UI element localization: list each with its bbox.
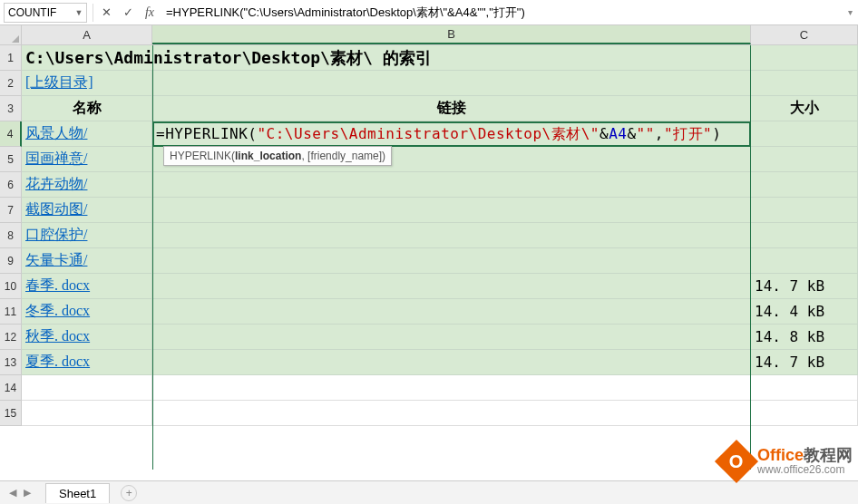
- cell-C15[interactable]: [751, 401, 858, 426]
- cell-A2-parent-dir-link[interactable]: [上级目录]: [22, 71, 152, 96]
- name-box[interactable]: COUNTIF ▼: [4, 3, 87, 23]
- tooltip-fn: HYPERLINK(: [170, 150, 235, 162]
- row-header-5[interactable]: 5: [0, 147, 22, 172]
- cell-C5-size[interactable]: [751, 147, 858, 172]
- accept-formula-button[interactable]: ✓: [117, 3, 139, 23]
- cell-B13[interactable]: [152, 350, 751, 375]
- cell-B8[interactable]: [152, 223, 751, 248]
- row-11: 11 冬季. docx14. 4 kB: [0, 299, 858, 325]
- cell-A8-name-link[interactable]: 口腔保护/: [22, 223, 152, 248]
- cell-C14[interactable]: [751, 375, 858, 401]
- cell-A15[interactable]: [22, 401, 152, 426]
- cell-B7[interactable]: [152, 198, 751, 223]
- cell-A9-name-link[interactable]: 矢量卡通/: [22, 248, 152, 274]
- row-header-9[interactable]: 9: [0, 248, 22, 274]
- cell-B3-header-link[interactable]: 链接: [152, 96, 751, 121]
- cell-A6-name-link[interactable]: 花卉动物/: [22, 172, 152, 198]
- cancel-formula-button[interactable]: ✕: [95, 3, 117, 23]
- sheet-tab-active[interactable]: Sheet1: [45, 483, 110, 503]
- cell-C12-size[interactable]: 14. 8 kB: [751, 325, 858, 350]
- row-7: 7 截图动图/: [0, 198, 858, 223]
- cell-C11-size[interactable]: 14. 4 kB: [751, 299, 858, 325]
- row-8: 8 口腔保护/: [0, 223, 858, 248]
- row-header-3[interactable]: 3: [0, 96, 22, 121]
- add-sheet-button[interactable]: +: [121, 485, 137, 501]
- name-box-dropdown-icon[interactable]: ▼: [72, 8, 86, 17]
- row-header-4[interactable]: 4: [0, 121, 22, 147]
- select-all-corner[interactable]: [0, 25, 22, 44]
- row-header-1[interactable]: 1: [0, 45, 22, 71]
- cell-B4-editing[interactable]: =HYPERLINK("C:\Users\Administrator\Deskt…: [152, 121, 751, 147]
- row-10: 10 春季. docx14. 7 kB: [0, 274, 858, 299]
- cell-C3-header-size[interactable]: 大小: [751, 96, 858, 121]
- cell-C9-size[interactable]: [751, 248, 858, 274]
- row-5: 5 国画禅意/: [0, 147, 858, 172]
- formula-bar: COUNTIF ▼ ✕ ✓ fx =HYPERLINK("C:\Users\Ad…: [0, 0, 858, 25]
- cell-A10-name-link[interactable]: 春季. docx: [22, 274, 152, 299]
- cell-C10-size[interactable]: 14. 7 kB: [751, 274, 858, 299]
- formula-input[interactable]: =HYPERLINK("C:\Users\Administrator\Deskt…: [161, 5, 842, 21]
- row-header-12[interactable]: 12: [0, 325, 22, 350]
- tab-nav-prev-icon[interactable]: ◀: [5, 487, 20, 499]
- row-13: 13 夏季. docx14. 7 kB: [0, 350, 858, 375]
- cell-B11[interactable]: [152, 299, 751, 325]
- row-header-15[interactable]: 15: [0, 401, 22, 426]
- cell-A14[interactable]: [22, 375, 152, 401]
- cell-B9[interactable]: [152, 248, 751, 274]
- spreadsheet-grid[interactable]: A B C 1 C:\Users\Administrator\Desktop\素…: [0, 25, 858, 470]
- cell-A5-name-link[interactable]: 国画禅意/: [22, 147, 152, 172]
- tooltip-rest: , [friendly_name]): [301, 150, 385, 162]
- row-header-10[interactable]: 10: [0, 274, 22, 299]
- column-header-B[interactable]: B: [152, 25, 751, 44]
- row-15: 15: [0, 401, 858, 426]
- cell-B6[interactable]: [152, 172, 751, 198]
- row-header-8[interactable]: 8: [0, 223, 22, 248]
- row-1: 1 C:\Users\Administrator\Desktop\素材\ 的索引: [0, 45, 858, 71]
- row-2: 2 [上级目录]: [0, 71, 858, 96]
- cell-A13-name-link[interactable]: 夏季. docx: [22, 350, 152, 375]
- cell-C6-size[interactable]: [751, 172, 858, 198]
- row-6: 6 花卉动物/: [0, 172, 858, 198]
- cell-A12-name-link[interactable]: 秋季. docx: [22, 325, 152, 350]
- column-headers: A B C: [0, 25, 858, 45]
- row-header-7[interactable]: 7: [0, 198, 22, 223]
- cell-B2[interactable]: [152, 71, 751, 96]
- row-14: 14: [0, 375, 858, 401]
- cell-A3-header-name[interactable]: 名称: [22, 96, 152, 121]
- cell-C7-size[interactable]: [751, 198, 858, 223]
- column-header-C[interactable]: C: [751, 25, 858, 44]
- tab-nav: ◀ ▶: [0, 487, 40, 499]
- name-box-value: COUNTIF: [5, 6, 72, 19]
- cell-A11-name-link[interactable]: 冬季. docx: [22, 299, 152, 325]
- cell-B14[interactable]: [152, 375, 751, 401]
- cell-A1-title[interactable]: C:\Users\Administrator\Desktop\素材\ 的索引: [22, 45, 858, 71]
- sheet-tab-bar: ◀ ▶ Sheet1 +: [0, 480, 858, 504]
- cell-A4-name-link[interactable]: 风景人物/: [22, 121, 152, 147]
- function-tooltip: HYPERLINK(link_location, [friendly_name]…: [163, 146, 392, 166]
- expand-formula-bar-icon[interactable]: ▾: [842, 7, 858, 17]
- row-header-13[interactable]: 13: [0, 350, 22, 375]
- cell-B12[interactable]: [152, 325, 751, 350]
- cell-C4-size[interactable]: [751, 121, 858, 147]
- watermark-title: Office教程网: [757, 447, 853, 465]
- separator: [93, 4, 93, 22]
- watermark-url: www.office26.com: [757, 464, 853, 476]
- row-4: 4 风景人物/=HYPERLINK("C:\Users\Administrato…: [0, 121, 858, 147]
- row-9: 9 矢量卡通/: [0, 248, 858, 274]
- row-header-6[interactable]: 6: [0, 172, 22, 198]
- cell-B10[interactable]: [152, 274, 751, 299]
- row-header-14[interactable]: 14: [0, 375, 22, 401]
- cell-C8-size[interactable]: [751, 223, 858, 248]
- watermark-icon: O: [715, 440, 758, 483]
- column-header-A[interactable]: A: [22, 25, 152, 44]
- cell-A7-name-link[interactable]: 截图动图/: [22, 198, 152, 223]
- cell-C2[interactable]: [751, 71, 858, 96]
- watermark-logo: O Office教程网 www.office26.com: [721, 446, 853, 477]
- row-header-2[interactable]: 2: [0, 71, 22, 96]
- tab-nav-next-icon[interactable]: ▶: [20, 487, 34, 499]
- row-header-11[interactable]: 11: [0, 299, 22, 325]
- insert-function-button[interactable]: fx: [139, 3, 161, 23]
- cell-B15[interactable]: [152, 401, 751, 426]
- cell-C13-size[interactable]: 14. 7 kB: [751, 350, 858, 375]
- formula-editor[interactable]: =HYPERLINK("C:\Users\Administrator\Deskt…: [156, 125, 721, 144]
